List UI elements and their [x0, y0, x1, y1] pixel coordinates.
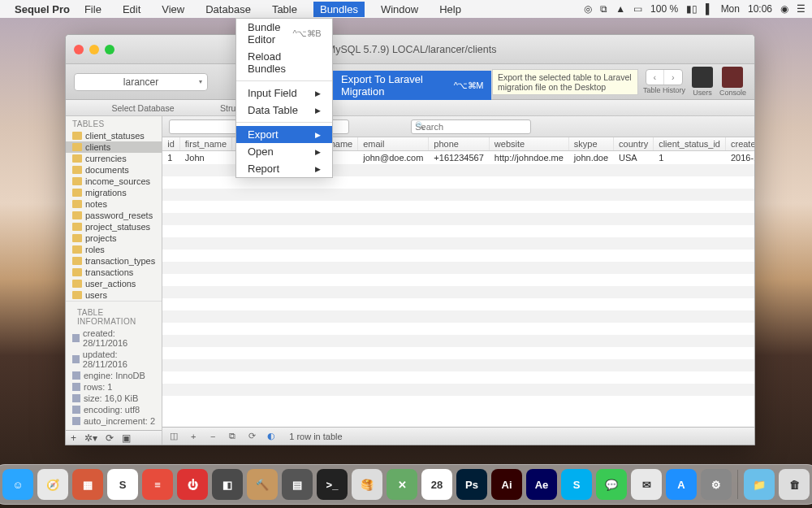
dock-app4-icon[interactable]: ▤ [282, 469, 313, 500]
table-item[interactable]: transactions [66, 267, 162, 278]
dock-messages-icon[interactable]: 💬 [596, 469, 627, 500]
dock-photoshop-icon[interactable]: Ps [456, 469, 487, 500]
column-header[interactable]: website [489, 137, 568, 151]
dock-hammer-icon[interactable]: 🔨 [247, 469, 278, 500]
table-item[interactable]: documents [66, 164, 162, 176]
table-info-header: TABLE INFORMATION [71, 305, 157, 328]
dock-power-icon[interactable]: ⏻ [177, 469, 208, 500]
dock-finder-icon[interactable]: ☺ [2, 469, 33, 500]
dock-app3-icon[interactable]: ≡ [142, 469, 173, 500]
dock-appstore-icon[interactable]: A [666, 469, 697, 500]
table-actions-button[interactable]: ✲▾ [84, 432, 97, 444]
dock-sequel-icon[interactable]: 🥞 [352, 469, 382, 500]
user-icon[interactable]: ◉ [780, 3, 788, 15]
dock-calendar-icon[interactable]: 28 [421, 469, 452, 500]
column-header[interactable]: email [358, 137, 429, 151]
console-icon[interactable] [722, 67, 743, 88]
display-icon: ▭ [633, 3, 642, 15]
table-item[interactable]: password_resets [66, 210, 162, 221]
history-nav[interactable]: ‹› [646, 69, 683, 85]
folder-icon [72, 200, 82, 208]
dock-skype-icon[interactable]: S [561, 469, 592, 500]
dock-terminal-icon[interactable]: >_ [317, 469, 348, 500]
column-header[interactable]: created_at [725, 137, 754, 151]
column-header[interactable]: client_status_id [654, 137, 726, 151]
refresh-tables-button[interactable]: ⟳ [106, 432, 114, 444]
table-item[interactable]: notes [66, 198, 162, 210]
column-header[interactable]: id [162, 137, 179, 151]
dock-settings-icon[interactable]: ⚙ [701, 469, 732, 500]
menu-file[interactable]: File [80, 2, 106, 17]
users-icon[interactable] [692, 67, 713, 88]
spotlight-icon[interactable]: ☰ [797, 3, 806, 15]
tooltip: Export the selected table to Laravel mig… [492, 69, 638, 95]
toggle-info-button[interactable]: ▣ [122, 432, 131, 444]
dock-safari-icon[interactable]: 🧭 [37, 469, 68, 500]
column-header[interactable]: phone [429, 137, 489, 151]
column-header[interactable]: country [614, 137, 654, 151]
table-item[interactable]: clients [66, 141, 162, 153]
table-item[interactable]: project_statuses [66, 221, 162, 232]
table-item[interactable]: income_sources [66, 176, 162, 187]
menu-item[interactable]: Bundle Editor^⌥⌘B [236, 19, 332, 48]
pane-toggle-left-button[interactable]: ◫ [167, 431, 180, 441]
dock-app1-icon[interactable]: ▦ [72, 469, 103, 500]
data-grid[interactable]: idfirst_namelast_namecompany_nameemailph… [162, 137, 754, 427]
menu-bundles[interactable]: Bundles [313, 2, 365, 17]
dock-aftereffects-icon[interactable]: Ae [526, 469, 557, 500]
table-item[interactable]: migrations [66, 187, 162, 198]
table-item[interactable]: users [66, 289, 162, 301]
dock-trash-icon[interactable]: 🗑 [779, 469, 810, 500]
menu-item[interactable]: Export▶ [236, 126, 332, 143]
menu-edit[interactable]: Edit [118, 2, 145, 17]
forward-button[interactable]: › [664, 70, 682, 85]
refresh-button[interactable]: ⟳ [245, 431, 258, 441]
remove-row-button[interactable]: − [206, 432, 219, 441]
submenu-shortcut: ^⌥⌘M [454, 80, 483, 91]
export-submenu-item[interactable]: Export To Laravel Migration ^⌥⌘M [333, 71, 491, 100]
duplicate-row-button[interactable]: ⧉ [226, 431, 239, 441]
table-item[interactable]: user_actions [66, 278, 162, 289]
close-window-button[interactable] [74, 45, 84, 54]
menu-table[interactable]: Table [267, 2, 302, 17]
table-item[interactable]: projects [66, 232, 162, 244]
menu-help[interactable]: Help [434, 2, 466, 17]
table-item[interactable]: client_statuses [66, 130, 162, 141]
titlebar: (MySQL 5.7.9) LOCAL/larancer/clients [66, 35, 754, 64]
table-item[interactable]: currencies [66, 153, 162, 164]
table-item[interactable]: roles [66, 244, 162, 255]
table-item[interactable]: transaction_types [66, 255, 162, 267]
add-row-button[interactable]: + [187, 432, 200, 441]
dock-app2-icon[interactable]: S [107, 469, 138, 500]
page-indicator-icon[interactable]: ◐ [265, 431, 278, 441]
dock-folder-icon[interactable]: 📁 [744, 469, 775, 500]
dock-app5-icon[interactable]: ✕ [387, 469, 417, 500]
column-header[interactable]: first_name [179, 137, 231, 151]
menubar-right: ◎ ⧉ ▲ ▭ 100 % ▮▯ ▌ Mon 10:06 ◉ ☰ [584, 3, 806, 15]
add-table-button[interactable]: + [71, 432, 76, 444]
column-header[interactable]: skype [568, 137, 613, 151]
status-icon: ◎ [584, 3, 592, 15]
dock-sublime-icon[interactable]: ◧ [212, 469, 243, 500]
sidebar-footer: + ✲▾ ⟳ ▣ [66, 430, 162, 445]
menu-item[interactable]: Open▶ [236, 143, 332, 160]
app-name[interactable]: Sequel Pro [15, 3, 70, 15]
menu-item[interactable]: Input Field▶ [236, 85, 332, 102]
dock-mail-icon[interactable]: ✉ [631, 469, 662, 500]
zoom-window-button[interactable] [105, 45, 114, 54]
search-input[interactable] [411, 119, 531, 134]
info-icon [72, 417, 80, 425]
minimize-window-button[interactable] [89, 45, 99, 54]
menu-view[interactable]: View [157, 2, 189, 17]
folder-icon [72, 177, 82, 185]
database-selector[interactable]: larancer [74, 73, 208, 91]
menu-item[interactable]: Data Table▶ [236, 102, 332, 119]
menu-item[interactable]: Reload Bundles [236, 48, 332, 77]
menu-window[interactable]: Window [376, 2, 423, 17]
menu-database[interactable]: Database [201, 2, 256, 17]
battery-text: 100 % [650, 3, 678, 15]
menubar: Sequel Pro FileEditViewDatabaseTableBund… [0, 0, 812, 18]
back-button[interactable]: ‹ [646, 70, 664, 85]
menu-item[interactable]: Report▶ [236, 160, 332, 177]
dock-illustrator-icon[interactable]: Ai [491, 469, 522, 500]
